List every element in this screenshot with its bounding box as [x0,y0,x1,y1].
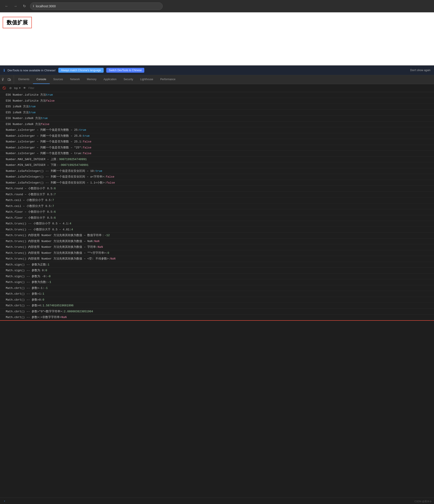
console-line-text: Math.trunc() 内部使用 Number 方法先将其转换为数值 – 数值… [6,233,104,238]
tab-sources[interactable]: Sources [50,75,66,84]
console-line-value: false [106,181,115,185]
console-line-text: ES6 Number.isNaN 方法 [6,116,41,121]
svg-rect-0 [2,78,3,79]
console-line-value: -1 [44,286,48,290]
svg-rect-4 [10,79,11,81]
console-line-text: Math.cbrt() -- 参数="9"<数字字符串>: [6,309,64,314]
console-line-value: 0 [45,268,47,273]
console-line-text: Math.trunc() 内部使用 Number 方法先将其转换为数值 – ""… [6,251,107,255]
lock-icon: ℹ [33,4,34,8]
console-line-value: false [83,151,91,156]
dont-show-again-button[interactable]: Don't show again [410,69,430,72]
console-input[interactable] [7,499,430,503]
console-line-text: Math.cbrt() -- 参数=0: [6,298,42,302]
console-line: Math.trunc() -- 小数部分大于 0.5 – 4.81: 4 [0,227,434,233]
console-line-value: 6 [54,186,56,191]
console-line-value: 7 [52,204,54,208]
switch-to-chinese-button[interactable]: Switch DevTools to Chinese [106,68,145,73]
console-line-value: 6 [54,210,56,214]
console-line: Math.round – 小数部分小于 0.5: 6 [0,186,434,192]
console-line-value: NaN [61,315,66,320]
console-line-value: 9007199254740991 [59,157,87,162]
console-line-value: true [41,116,48,121]
refresh-button[interactable]: ↻ [21,3,28,9]
console-line: Number.isInterger – 判断一个值是否为整数 – true: f… [0,151,434,157]
console-line-text: Math.cbrt() -- 参数=4: [6,304,42,308]
console-line-text: Number.isInterger – 判断一个值是否为整数 – 25.0: [6,134,83,138]
filter-toggle-button[interactable]: ⊘ [8,86,13,90]
console-line-text: Number.isInterger – 判断一个值是否为整数 – true: [6,151,83,156]
eye-button[interactable]: 👁 [22,86,27,90]
console-line-value: true [46,93,53,97]
tab-elements[interactable]: Elements [15,75,33,84]
console-line-value: 4 [70,222,71,226]
page-area: 数值扩展 [0,12,434,65]
filter-input[interactable] [28,87,432,90]
tab-lighthouse[interactable]: Lighthouse [137,75,157,84]
console-line: Math.sign() -- 参数为 0: 0 [0,268,434,274]
console-line-value: NaN [98,245,103,249]
console-line-value: true [29,110,36,115]
console-line-value: 6 [54,216,56,220]
tab-memory[interactable]: Memory [83,75,100,84]
console-line: Math.sign() -- 参数为负数: -1 [0,279,434,285]
console-line: Number.isSafeInteger() -- 判断一个值是否在安全区间 –… [0,180,434,186]
console-line: Math.trunc() 内部使用 Number 方法先将其转换为数值 – <空… [0,256,434,262]
console-line-value: NaN [110,257,115,261]
console-line-value: false [41,122,49,126]
console-line: Math.ceil – 小数部分大于 0.5: 7 [0,203,434,209]
context-dropdown-icon: ▼ [19,87,21,89]
console-line: Math.trunc() 内部使用 Number 方法先将其转换为数值 – ""… [0,250,434,256]
devtools-panel: ℹ DevTools is now available in Chinese! … [0,65,434,504]
forward-button[interactable]: → [12,3,18,9]
console-line-text: Number.MAX_SAFE_INTEGER – 上限： [6,157,59,162]
tab-console[interactable]: Console [33,75,50,84]
console-input-area: › [0,498,434,504]
console-prompt: › [4,499,5,503]
console-line-text: Number.MIN_SAFE_INTEGER – 下限： [6,163,59,167]
console-line-text: Number.isSafeInteger() -- 判断一个值是否在安全区间 –… [6,175,106,179]
tab-application[interactable]: Application [100,75,120,84]
address-bar[interactable]: ℹ localhost:3000 [30,2,163,10]
console-line-value: false [83,140,91,144]
console-line-text: Math.sign() -- 参数为负数: [6,280,48,284]
console-line: Math.trunc() 内部使用 Number 方法先将其转换为数值 – 数值… [0,233,434,239]
console-line-value: 1 [42,292,44,296]
console-line-value: false [106,175,114,179]
context-label: top [14,87,18,90]
console-line-text: ES5 isNaN 方法 [6,110,29,115]
info-banner: ℹ DevTools is now available in Chinese! … [0,66,434,75]
console-line-text: Number.isInterger – 判断一个值是否为整数 – "25": [6,145,83,150]
console-line-value: -12 [104,233,110,238]
console-line-text: ES6 Number.isFinite 方法 [6,99,46,103]
console-line-value: true [83,134,90,138]
console-line-text: Number.isInterger – 判断一个值是否为整数 – 25.1: [6,140,83,144]
inspect-element-button[interactable] [1,77,6,82]
console-line-text: Math.cbrt() -- 参数=:<非数字字符串> [6,315,61,320]
console-line-text: Number.isInterger – 判断一个值是否为整数 – 25: [6,128,79,132]
console-line: Math.floor – 小数部分小于 0.5: 6 [0,209,434,215]
console-line-text: Math.round – 小数部分大于 0.5: [6,192,54,197]
console-line: Math.cbrt() -- 参数=0: 0 [0,297,434,303]
console-line-value: NaN [94,239,99,243]
console-line-text: Math.floor – 小数部分小于 0.5: [6,210,54,214]
back-button[interactable]: ← [4,3,10,9]
tab-performance[interactable]: Performance [157,75,179,84]
console-line-text: Math.ceil – 小数部分大于 0.5: [6,204,52,208]
console-line: Number.isInterger – 判断一个值是否为整数 – "25": f… [0,145,434,151]
console-line-text: Math.trunc() 内部使用 Number 方法先将其转换为数值 – 字符… [6,245,98,249]
browser-chrome: ← → ↻ ℹ localhost:3000 [0,0,434,12]
console-line-value: 0 [107,251,109,255]
clear-console-button[interactable]: 🚫 [2,86,7,90]
console-line: ES6 Number.isFinite 方法 false [0,98,434,104]
console-line-text: Math.round – 小数部分小于 0.5: [6,186,54,191]
console-line: Number.isInterger – 判断一个值是否为整数 – 25.1: f… [0,139,434,145]
context-selector[interactable]: top ▼ [14,87,21,90]
console-line-value: 1 [48,263,49,267]
tab-network[interactable]: Network [66,75,83,84]
tab-security[interactable]: Security [120,75,137,84]
console-line: Math.cbrt() -- 参数=:<非数字字符串> NaN [0,315,434,321]
console-line: Math.round – 小数部分大于 0.5: 7 [0,192,434,198]
device-toggle-button[interactable] [7,77,12,82]
always-match-language-button[interactable]: Always match Chrome's language [58,68,104,73]
